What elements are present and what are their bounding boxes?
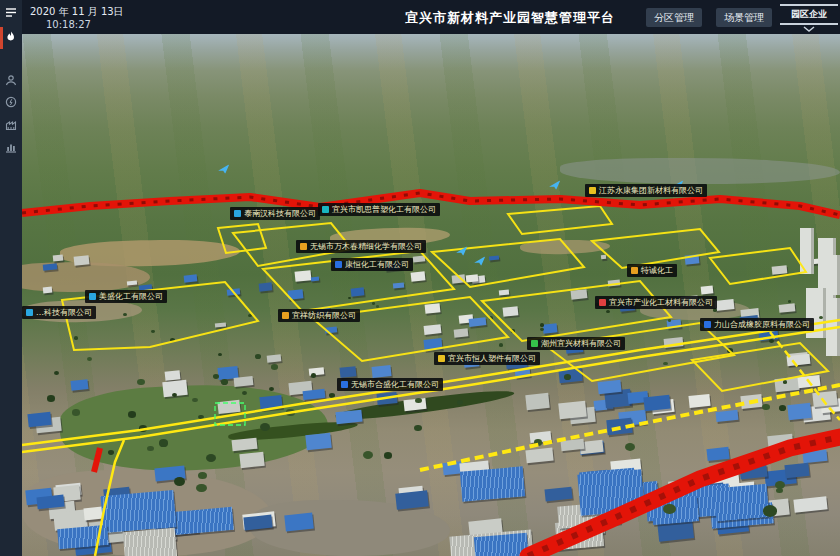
time-label: 10:18:27 — [46, 19, 91, 30]
zone-management-button[interactable]: 分区管理 — [646, 8, 702, 27]
company-label[interactable]: 无锡市万木春精细化学有限公司 — [296, 240, 426, 253]
chart-icon[interactable] — [5, 141, 17, 153]
company-label-text: 康恒化工有限公司 — [345, 258, 409, 271]
top-header: 2020 年 11 月 13日 10:18:27 宜兴市新材料产业园智慧管理平台… — [0, 0, 840, 34]
company-icon — [234, 210, 241, 217]
flame-icon[interactable] — [5, 31, 17, 43]
date-label: 2020 年 11 月 13日 — [30, 5, 124, 19]
company-label[interactable]: 宜兴市产业化工材料有限公司 — [595, 296, 717, 309]
user-icon[interactable] — [5, 74, 17, 86]
company-label-text: 泰南汉科技有限公司 — [244, 207, 316, 220]
company-icon — [335, 261, 342, 268]
company-label[interactable]: 特诚化工 — [627, 264, 677, 277]
company-label-text: 宜兴市恒人塑件有限公司 — [448, 352, 536, 365]
company-icon — [322, 206, 329, 213]
company-icon — [300, 243, 307, 250]
company-icon — [26, 309, 33, 316]
menu-icon[interactable] — [5, 6, 17, 18]
page-title: 宜兴市新材料产业园智慧管理平台 — [405, 9, 615, 27]
company-label[interactable]: 无锡市合盛化工有限公司 — [337, 378, 443, 391]
gauge-icon[interactable] — [5, 96, 17, 108]
company-label[interactable]: 泰南汉科技有限公司 — [230, 207, 320, 220]
company-icon — [438, 355, 445, 362]
company-label-text: 无锡市万木春精细化学有限公司 — [310, 240, 422, 253]
company-icon — [89, 293, 96, 300]
company-label[interactable]: 力山合成橡胶原料有限公司 — [700, 318, 814, 331]
company-label[interactable]: 潮州宜兴材料有限公司 — [527, 337, 625, 350]
company-label-text: 宜兴市凯思普塑化工有限公司 — [332, 203, 436, 216]
chevron-down-icon — [803, 26, 815, 32]
company-label-text: 力山合成橡胶原料有限公司 — [714, 318, 810, 331]
company-label-text: 特诚化工 — [641, 264, 673, 277]
divider — [780, 23, 838, 25]
company-icon — [341, 381, 348, 388]
company-icon — [704, 321, 711, 328]
company-label-text: 宜祥纺织有限公司 — [292, 309, 356, 322]
company-icon — [599, 299, 606, 306]
company-label[interactable]: 宜兴市恒人塑件有限公司 — [434, 352, 540, 365]
company-icon — [531, 340, 538, 347]
company-label[interactable]: …科技有限公司 — [22, 306, 96, 319]
company-label[interactable]: 宜兴市凯思普塑化工有限公司 — [318, 203, 440, 216]
company-label-text: 无锡市合盛化工有限公司 — [351, 378, 439, 391]
active-item-indicator — [0, 27, 3, 49]
company-label[interactable]: 宜祥纺织有限公司 — [278, 309, 360, 322]
factory-icon[interactable] — [5, 119, 17, 131]
enterprise-dropdown-label: 园区企业 — [780, 6, 838, 23]
company-label[interactable]: 江苏永康集团新材料有限公司 — [585, 184, 707, 197]
company-label[interactable]: 康恒化工有限公司 — [331, 258, 413, 271]
company-icon — [282, 312, 289, 319]
company-icon — [631, 267, 638, 274]
company-label[interactable]: 美盛化工有限公司 — [85, 290, 167, 303]
company-label-text: …科技有限公司 — [36, 306, 92, 319]
company-label-text: 宜兴市产业化工材料有限公司 — [609, 296, 713, 309]
company-icon — [589, 187, 596, 194]
scene-management-button[interactable]: 场景管理 — [716, 8, 772, 27]
left-toolbar — [0, 0, 22, 556]
company-label-text: 江苏永康集团新材料有限公司 — [599, 184, 703, 197]
company-label-text: 潮州宜兴材料有限公司 — [541, 337, 621, 350]
enterprise-dropdown[interactable]: 园区企业 — [780, 4, 838, 32]
company-label-text: 美盛化工有限公司 — [99, 290, 163, 303]
